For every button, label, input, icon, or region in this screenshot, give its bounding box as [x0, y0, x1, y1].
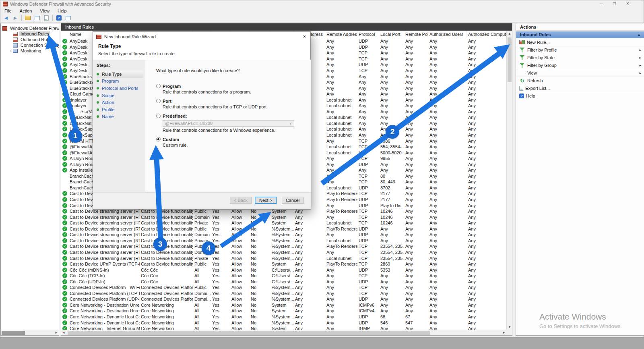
sidebar-item-connection-security-rules[interactable]: Connection Security Rules [1, 42, 59, 48]
sidebar-item-monitoring[interactable]: ›Monitoring [1, 48, 59, 54]
scroll-left-icon[interactable]: ◄ [62, 331, 65, 334]
forward-icon[interactable]: ► [12, 15, 19, 21]
list-horizontal-scrollbar[interactable]: ◄ ► [61, 330, 506, 335]
scrollbar-thumb[interactable] [2, 331, 25, 335]
cell: Any [325, 279, 357, 284]
column-header-protocol[interactable]: Protocol [357, 31, 379, 38]
rule-enabled-icon: ✓ [62, 244, 67, 249]
radio-custom[interactable] [156, 137, 161, 141]
minimize-button[interactable]: – [600, 1, 603, 6]
radio-program[interactable] [156, 84, 161, 88]
option-label[interactable]: Predefined: [163, 114, 187, 118]
action-item-help[interactable]: ?Help [516, 92, 644, 100]
column-header-authorized-users[interactable]: Authorized Users [428, 31, 467, 38]
next-button[interactable]: Next > [255, 197, 277, 204]
table-row[interactable]: ✓Cast to Device streaming server (RTSP-S… [61, 255, 506, 261]
export-icon[interactable] [43, 15, 50, 21]
table-row[interactable]: ✓Cast to Device UPnP Events (TCP-In)Cast… [61, 261, 506, 267]
cell: Any [379, 80, 404, 85]
table-row[interactable]: ✓Cast to Device streaming server (RTCP-S… [61, 226, 506, 232]
table-row[interactable]: ✓Cast to Device streaming server (HTTP-S… [61, 214, 506, 220]
action-item-filter-by-profile[interactable]: Filter by Profile▸ [516, 46, 644, 54]
menu-view[interactable]: View [40, 8, 50, 13]
step-badge-3: 3 [153, 237, 167, 251]
expander-icon[interactable]: › [9, 49, 13, 53]
cell: Any [404, 279, 428, 284]
dialog-close-icon[interactable]: × [303, 33, 306, 39]
wizard-step-rule-type[interactable]: Rule Type [97, 71, 143, 78]
cell: Any [404, 268, 428, 272]
column-header-authorized-computers[interactable]: Authorized Computers [467, 31, 510, 38]
table-row[interactable]: ✓Core Networking - Dynamic Host Config..… [61, 314, 506, 320]
option-label[interactable]: Program [163, 84, 181, 89]
table-row[interactable]: ✓Cast to Device streaming server (RTCP-S… [61, 232, 506, 238]
step-label: Action [102, 100, 114, 105]
screen: Windows Defender Firewall with Advanced … [0, 0, 644, 349]
folder-icon[interactable] [25, 15, 31, 21]
sidebar-item-outbound-rules[interactable]: Outbound Rules [1, 37, 59, 42]
scrollbar-thumb[interactable] [508, 37, 512, 82]
tree-root-firewall[interactable]: Windows Defender Firewall with [1, 25, 59, 31]
action-item-export-list[interactable]: Export List... [516, 84, 644, 92]
scroll-right-icon[interactable]: ► [502, 331, 506, 334]
cell: Any [404, 109, 428, 114]
close-button[interactable]: × [626, 1, 629, 6]
table-row[interactable]: ✓Core Networking - Destination Unreacha.… [61, 308, 506, 314]
cancel-button[interactable]: Cancel [282, 197, 303, 204]
cell: Any [404, 220, 428, 225]
list-vertical-scrollbar[interactable]: ▲ ▼ [506, 31, 512, 330]
menu-action[interactable]: Action [20, 8, 32, 13]
radio-port[interactable] [156, 99, 161, 103]
column-header-local-port[interactable]: Local Port [379, 31, 404, 38]
option-label[interactable]: Custom [163, 137, 179, 142]
wizard-step-program[interactable]: Program [97, 78, 143, 85]
action-item-refresh[interactable]: ↻Refresh [516, 77, 644, 84]
table-row[interactable]: ✓Cast to Device streaming server (RTSP-S… [61, 243, 506, 249]
scroll-down-icon[interactable]: ▼ [507, 325, 512, 329]
table-row[interactable]: ✓Connected Devices Platform (TCP-In)Conn… [61, 291, 506, 297]
help-icon[interactable]: ? [56, 15, 62, 21]
back-button[interactable]: < Back [230, 197, 252, 204]
action-item-filter-by-group[interactable]: Filter by Group▸ [516, 61, 644, 69]
action-item-new-rule[interactable]: New Rule... [516, 38, 644, 46]
collapse-icon[interactable]: ▲ [637, 31, 641, 38]
radio-predefined[interactable] [156, 114, 161, 118]
step-label: Scope [102, 93, 114, 98]
action-item-filter-by-state[interactable]: Filter by State▸ [516, 54, 644, 61]
wizard-step-name[interactable]: Name [97, 113, 143, 120]
window-icon[interactable] [34, 15, 40, 21]
table-row[interactable]: ✓Connected Devices Platform - Wi-Fi Dire… [61, 285, 506, 291]
table-row[interactable]: ✓Cốc Cốc (TCP-In)Cốc CốcAllYesAllowNoC:\… [61, 273, 506, 279]
wizard-step-profile[interactable]: Profile [97, 106, 143, 113]
scroll-up-icon[interactable]: ▲ [507, 32, 512, 35]
submenu-arrow-icon: ▸ [639, 71, 641, 75]
column-header-remote-address[interactable]: Remote Address [325, 31, 357, 38]
actions-group-header[interactable]: Inbound Rules ▲ [516, 31, 644, 38]
wizard-step-protocol-and-ports[interactable]: Protocol and Ports [97, 85, 143, 92]
table-row[interactable]: ✓Cast to Device streaming server (HTTP-S… [61, 220, 506, 226]
wizard-step-scope[interactable]: Scope [97, 92, 143, 99]
action-item-view[interactable]: View▸ [516, 69, 644, 77]
table-row[interactable]: ✓Cốc Cốc (UDP-In)Cốc CốcAllYesAllowNoC:\… [61, 278, 506, 285]
rule-enabled-icon: ✓ [62, 62, 67, 67]
table-row[interactable]: ✓Core Networking - Internet Group Mana..… [61, 326, 506, 330]
table-row[interactable]: ✓Cast to Device streaming server (RTSP-S… [61, 249, 506, 256]
wizard-step-action[interactable]: Action [97, 99, 143, 106]
scroll-right-icon[interactable]: ► [55, 331, 58, 334]
window-icon[interactable] [65, 15, 71, 21]
table-row[interactable]: ✓Connected Devices Platform (UDP-In)Conn… [61, 296, 506, 302]
option-label[interactable]: Port [163, 99, 171, 104]
scrollbar-thumb[interactable] [68, 331, 430, 335]
table-row[interactable]: ✓Core Networking - Dynamic Host Config..… [61, 320, 506, 326]
column-header-remote-port[interactable]: Remote Port [404, 31, 428, 38]
menu-help[interactable]: Help [58, 8, 67, 13]
table-row[interactable]: ✓Cốc Cốc (mDNS-In)Cốc CốcAllYesAllowNoC:… [61, 267, 506, 273]
predefined-combobox[interactable]: @FirewallAPI.dll,-80200∨ [163, 120, 294, 127]
back-icon[interactable]: ◄ [3, 15, 9, 21]
maximize-button[interactable]: □ [613, 1, 616, 6]
table-row[interactable]: ✓Core Networking - Destination Unreacha.… [61, 302, 506, 308]
sidebar-item-inbound-rules[interactable]: Inbound Rules [1, 31, 59, 37]
table-row[interactable]: ✓Cast to Device streaming server (RTCP-S… [61, 238, 506, 244]
tree-horizontal-scrollbar[interactable]: ◄ ► [1, 330, 59, 335]
menu-file[interactable]: File [4, 8, 12, 13]
